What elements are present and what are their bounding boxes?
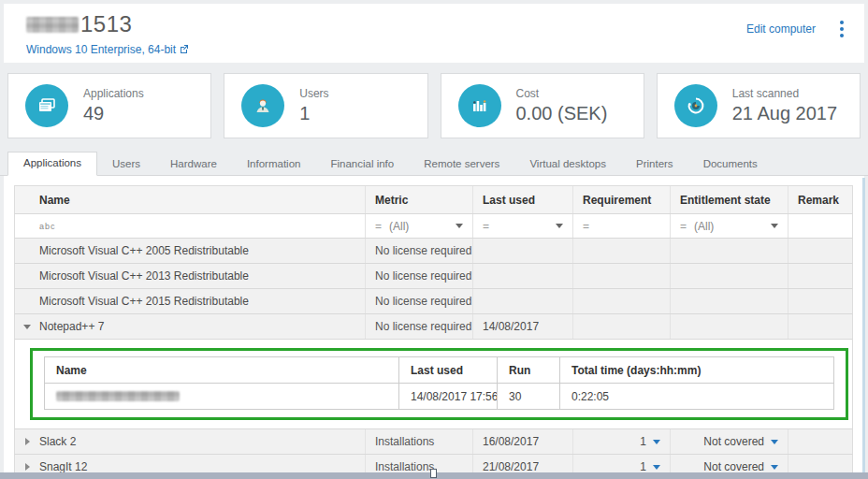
metric-filter-value[interactable]: (All): [389, 220, 409, 233]
filter-operator-icon[interactable]: =: [483, 220, 489, 233]
requirement-value: [573, 289, 671, 313]
page-header: 1513 Edit computer Windows 10 Enterprise…: [4, 4, 864, 63]
cost-summary-card[interactable]: Cost 0.00 (SEK): [441, 73, 644, 138]
chevron-down-icon[interactable]: [556, 224, 563, 228]
computer-name-suffix: 1513: [80, 11, 132, 37]
tab-users[interactable]: Users: [97, 153, 155, 175]
column-header-requirement[interactable]: Requirement: [573, 186, 671, 213]
chevron-down-icon[interactable]: [771, 224, 778, 228]
card-label: Last scanned: [732, 87, 837, 100]
last-used-value: [473, 289, 573, 313]
remark-value: [788, 239, 852, 263]
table-filter-row: abc = (All) =: [14, 214, 853, 239]
column-header-entitlement[interactable]: Entitlement state: [671, 186, 788, 213]
application-name[interactable]: SnagIt 12: [39, 460, 87, 473]
requirement-value: [573, 239, 671, 263]
entitlement-dropdown-icon[interactable]: [771, 465, 778, 470]
detail-last-used-value: 14/08/2017 17:56:03: [399, 384, 498, 409]
column-header-last-used[interactable]: Last used: [473, 186, 573, 213]
filter-operator-icon[interactable]: =: [680, 220, 687, 233]
applications-table: Name Metric Last used Requirement Entitl…: [14, 185, 853, 479]
detail-column-name: Name: [45, 357, 399, 383]
vertical-scrollbar[interactable]: [862, 178, 865, 475]
filter-operator-icon[interactable]: =: [583, 220, 589, 233]
detail-header-row: Name Last used Run Total time (days:hh:m…: [44, 356, 834, 384]
users-icon: [241, 84, 284, 127]
detail-column-run: Run: [498, 357, 560, 383]
redacted-computer-name: [26, 17, 79, 33]
last-scanned-summary-card[interactable]: Last scanned 21 Aug 2017: [657, 73, 861, 138]
text-filter-icon[interactable]: abc: [39, 222, 56, 231]
edit-computer-link[interactable]: Edit computer: [746, 22, 816, 36]
application-name[interactable]: Microsoft Visual C++ 2013 Redistributabl…: [39, 269, 249, 283]
mouse-cursor: [430, 469, 437, 478]
remark-value: [788, 264, 852, 288]
tab-printers[interactable]: Printers: [621, 153, 688, 175]
entitlement-value: [671, 314, 788, 339]
entitlement-value: [671, 289, 788, 313]
requirement-dropdown-icon[interactable]: [653, 465, 660, 470]
applications-summary-card[interactable]: Applications 49: [7, 73, 211, 138]
requirement-value: 1: [640, 435, 646, 448]
detail-column-last-used: Last used: [399, 357, 498, 383]
detail-tabs: Applications Users Hardware Information …: [0, 152, 868, 176]
tab-hardware[interactable]: Hardware: [155, 153, 232, 175]
metric-value: No license required: [366, 314, 473, 339]
card-value: 1: [299, 103, 328, 124]
highlight-box: Name Last used Run Total time (days:hh:m…: [30, 348, 848, 420]
last-used-value: 16/08/2017: [473, 429, 573, 454]
collapse-row-icon[interactable]: [23, 325, 31, 329]
entitlement-value: Not covered: [703, 460, 764, 473]
expand-row-icon[interactable]: [25, 438, 30, 445]
application-name[interactable]: Microsoft Visual C++ 2015 Redistributabl…: [39, 295, 249, 308]
remark-filter-cell[interactable]: [788, 214, 852, 238]
card-label: Applications: [83, 87, 144, 100]
tab-virtual-desktops[interactable]: Virtual desktops: [514, 153, 621, 175]
metric-value: No license required: [366, 264, 473, 288]
tab-financial-info[interactable]: Financial info: [315, 153, 409, 175]
tab-information[interactable]: Information: [232, 153, 316, 175]
table-row[interactable]: Microsoft Visual C++ 2013 Redistributabl…: [14, 264, 853, 289]
application-name[interactable]: Notepad++ 7: [39, 320, 104, 333]
column-header-metric[interactable]: Metric: [366, 186, 473, 213]
more-options-menu[interactable]: [836, 19, 847, 39]
column-header-remark[interactable]: Remark: [788, 186, 852, 213]
remark-value: [788, 289, 852, 313]
table-row[interactable]: Slack 2 Installations 16/08/2017 1 Not c…: [14, 429, 853, 455]
os-label: Windows 10 Enterprise, 64-bit: [26, 43, 176, 56]
table-row-expanded[interactable]: Notepad++ 7 No license required 14/08/20…: [14, 314, 853, 340]
requirement-dropdown-icon[interactable]: [653, 440, 660, 444]
requirement-value: [573, 314, 671, 339]
requirement-value: 1: [640, 460, 646, 473]
expand-row-icon[interactable]: [25, 463, 30, 471]
tab-documents[interactable]: Documents: [688, 153, 773, 175]
entitlement-filter-value[interactable]: (All): [694, 220, 714, 233]
users-summary-card[interactable]: Users 1: [224, 73, 427, 138]
chevron-down-icon[interactable]: [456, 224, 463, 228]
card-value: 0.00 (SEK): [516, 103, 608, 124]
detail-data-row[interactable]: 14/08/2017 17:56:03 30 0:22:05: [44, 384, 834, 410]
computer-name: 1513: [26, 11, 132, 37]
detail-column-total-time: Total time (days:hh:mm): [560, 357, 833, 383]
filter-operator-icon[interactable]: =: [375, 220, 382, 233]
last-used-value: [473, 239, 573, 263]
application-name[interactable]: Microsoft Visual C++ 2005 Redistributabl…: [39, 244, 249, 257]
remark-value: [788, 429, 852, 454]
cost-icon: [458, 84, 501, 127]
tab-remote-servers[interactable]: Remote servers: [409, 153, 514, 175]
applications-icon: [25, 84, 68, 127]
table-row[interactable]: Microsoft Visual C++ 2005 Redistributabl…: [14, 239, 853, 264]
metric-value: No license required: [366, 239, 473, 263]
last-used-value: [473, 264, 573, 288]
entitlement-value: Not covered: [703, 435, 764, 448]
application-name[interactable]: Slack 2: [39, 435, 76, 448]
column-header-name[interactable]: Name: [15, 186, 366, 213]
detail-run-value: 30: [498, 384, 560, 409]
table-row[interactable]: Microsoft Visual C++ 2015 Redistributabl…: [14, 289, 853, 314]
card-value: 49: [83, 103, 144, 124]
requirement-value: [573, 264, 671, 288]
entitlement-dropdown-icon[interactable]: [771, 440, 778, 444]
table-header-row: Name Metric Last used Requirement Entitl…: [14, 185, 853, 214]
tab-applications[interactable]: Applications: [7, 152, 97, 176]
os-link[interactable]: Windows 10 Enterprise, 64-bit: [26, 43, 189, 56]
